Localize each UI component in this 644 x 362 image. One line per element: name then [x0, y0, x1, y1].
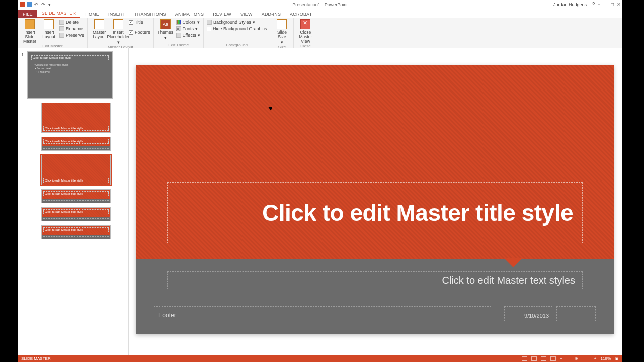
tab-addins[interactable]: ADD-INS	[257, 10, 285, 18]
close-icon	[300, 19, 310, 29]
rename-icon	[59, 26, 64, 31]
rename-button[interactable]: Rename	[59, 26, 84, 32]
user-name[interactable]: Jordan Hudgens	[553, 2, 587, 7]
fit-to-window-icon[interactable]: ▣	[615, 356, 619, 361]
title-checkbox[interactable]: Title	[129, 19, 150, 25]
slide-canvas-area[interactable]: Click to edit Master title style Click t…	[129, 48, 622, 355]
effects-button[interactable]: Effects▾	[176, 32, 200, 38]
fonts-button[interactable]: AFonts▾	[176, 26, 200, 32]
reading-view-icon[interactable]	[541, 356, 546, 361]
thumb-number: 1	[21, 51, 25, 57]
layout-thumbnail[interactable]: Click to edit Master title style	[41, 207, 111, 221]
master-thumbnail[interactable]: Click to edit Master title style• Click …	[27, 51, 113, 99]
slide-body-region: Click to edit Master text styles Footer …	[136, 259, 614, 334]
themes-icon: Aa	[160, 19, 171, 29]
layout-thumbnail[interactable]: Click to edit Master title style	[41, 225, 111, 239]
tab-view[interactable]: VIEW	[236, 10, 257, 18]
preserve-button[interactable]: Preserve	[59, 32, 84, 38]
window-title: Presentation1 - PowerPoint	[292, 2, 348, 7]
ribbon: Insert Slide Master Insert Layout Delete…	[18, 18, 622, 48]
tab-file[interactable]: FILE	[18, 10, 37, 18]
layout-thumbnail[interactable]: Click to edit Master title style	[41, 103, 111, 133]
master-layout-button[interactable]: Master Layout	[91, 19, 108, 39]
slide-master-preview[interactable]: Click to edit Master title style Click t…	[136, 65, 614, 334]
fonts-icon: A	[176, 26, 181, 31]
tab-acrobat[interactable]: ACROBAT	[285, 10, 316, 18]
date-placeholder[interactable]: 9/10/2013	[504, 306, 552, 321]
work-area: 1Click to edit Master title style• Click…	[18, 48, 622, 355]
help-icon[interactable]: ?	[592, 2, 595, 7]
delete-button[interactable]: Delete	[59, 19, 84, 25]
preserve-icon	[59, 33, 64, 38]
slide-size-icon	[277, 19, 287, 29]
zoom-level[interactable]: 119%	[601, 356, 611, 361]
powerpoint-icon	[20, 2, 25, 7]
tab-review[interactable]: REVIEW	[208, 10, 236, 18]
group-master-layout: Master Layout Insert Placeholder▾ Title …	[88, 18, 154, 48]
title-bar: ↶ ↷ ▾ Presentation1 - PowerPoint Jordan …	[18, 0, 622, 9]
qat-more-icon[interactable]: ▾	[48, 2, 53, 7]
themes-button[interactable]: AaThemes▾	[157, 19, 174, 40]
redo-icon[interactable]: ↷	[41, 2, 46, 7]
colors-button[interactable]: Colors▾	[176, 19, 200, 25]
save-icon[interactable]	[27, 2, 32, 7]
hide-background-checkbox[interactable]: Hide Background Graphics	[207, 26, 267, 32]
footers-checkbox[interactable]: Footers	[129, 29, 150, 35]
group-close: Close Master View Close	[294, 18, 317, 48]
effects-icon	[176, 33, 181, 38]
slide-title-region: Click to edit Master title style	[136, 65, 614, 259]
title-placeholder[interactable]: Click to edit Master title style	[167, 182, 583, 243]
thumbnail-pane[interactable]: 1Click to edit Master title style• Click…	[18, 48, 129, 355]
slide-number-placeholder[interactable]	[556, 306, 596, 321]
insert-slide-master-button[interactable]: Insert Slide Master	[21, 19, 38, 44]
group-edit-master: Insert Slide Master Insert Layout Delete…	[18, 18, 88, 48]
slide-size-button[interactable]: Slide Size▾	[273, 19, 290, 45]
minimize-icon[interactable]: —	[603, 2, 608, 7]
slide-master-icon	[25, 19, 35, 29]
layout-thumbnail[interactable]: Click to edit Master title style	[41, 155, 111, 185]
tab-slide-master[interactable]: SLIDE MASTER	[37, 9, 80, 18]
background-styles-button[interactable]: Background Styles▾	[207, 19, 267, 25]
zoom-in-icon[interactable]: +	[594, 356, 597, 361]
subtitle-placeholder[interactable]: Click to edit Master text styles	[167, 271, 583, 289]
close-master-view-button[interactable]: Close Master View	[297, 19, 314, 44]
tab-home[interactable]: HOME	[80, 10, 104, 18]
colors-icon	[176, 20, 181, 25]
close-window-icon[interactable]: ✕	[617, 2, 621, 7]
footer-placeholder[interactable]: Footer	[154, 306, 491, 321]
group-background: Background Styles▾ Hide Background Graph…	[204, 18, 271, 48]
zoom-slider[interactable]: ——⊙———	[567, 356, 590, 361]
group-edit-theme: AaThemes▾ Colors▾ AFonts▾ Effects▾ Edit …	[154, 18, 204, 48]
slideshow-view-icon[interactable]	[550, 356, 556, 361]
sorter-view-icon[interactable]	[531, 356, 537, 361]
tab-transitions[interactable]: TRANSITIONS	[130, 10, 171, 18]
status-bar: SLIDE MASTER − ——⊙——— + 119% ▣	[18, 355, 622, 362]
layout-icon	[44, 19, 54, 29]
normal-view-icon[interactable]	[522, 356, 527, 361]
checkbox-icon	[129, 30, 133, 35]
delete-icon	[59, 20, 64, 25]
checkbox-icon	[207, 27, 211, 31]
status-mode: SLIDE MASTER	[21, 356, 51, 361]
zoom-out-icon[interactable]: −	[560, 356, 562, 361]
layout-thumbnail[interactable]: Click to edit Master title style	[41, 189, 111, 203]
tab-animations[interactable]: ANIMATIONS	[171, 10, 208, 18]
ribbon-tabs: FILE SLIDE MASTER HOME INSERT TRANSITION…	[18, 9, 622, 18]
insert-placeholder-button[interactable]: Insert Placeholder▾	[110, 19, 127, 45]
group-size: Slide Size▾ Size	[270, 18, 294, 48]
undo-icon[interactable]: ↶	[34, 2, 39, 7]
background-styles-icon	[207, 20, 212, 25]
tab-insert[interactable]: INSERT	[104, 10, 130, 18]
ribbon-options-icon[interactable]: ▫	[598, 2, 600, 7]
checkbox-icon	[129, 20, 133, 25]
maximize-icon[interactable]: □	[611, 2, 614, 7]
layout-thumbnail[interactable]: Click to edit Master title style	[41, 137, 111, 151]
master-layout-icon	[94, 19, 104, 29]
insert-layout-button[interactable]: Insert Layout	[40, 19, 57, 39]
quick-access-toolbar: ↶ ↷ ▾	[18, 2, 53, 7]
placeholder-icon	[113, 19, 123, 29]
